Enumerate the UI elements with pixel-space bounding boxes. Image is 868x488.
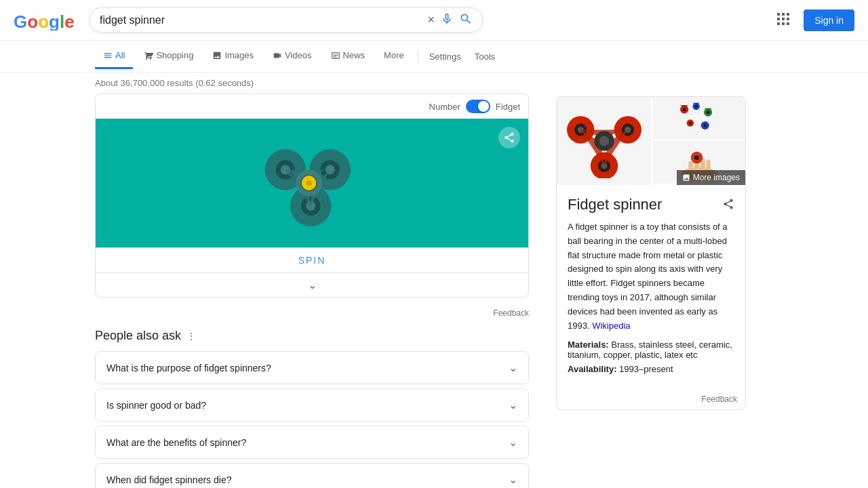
mic-button[interactable] <box>440 12 454 28</box>
sign-in-button[interactable]: Sign in <box>804 9 854 31</box>
tab-more[interactable]: More <box>376 43 412 69</box>
kp-feedback[interactable]: Feedback <box>557 389 745 409</box>
tab-shopping[interactable]: Shopping <box>136 43 201 69</box>
kp-availability-value: 1993–present <box>619 364 673 374</box>
paa-menu-icon[interactable]: ⋮ <box>186 331 196 342</box>
svg-point-32 <box>601 163 607 169</box>
tab-images[interactable]: Images <box>204 43 262 69</box>
nav-tabs: All Shopping Images Videos News More Set… <box>0 41 868 73</box>
spinner-widget: Number Fidget <box>95 94 529 298</box>
expand-button[interactable]: ⌄ <box>308 279 317 291</box>
svg-rect-1 <box>777 13 780 16</box>
number-fidget-toggle[interactable] <box>466 100 490 113</box>
toggle-knob <box>478 101 489 112</box>
svg-rect-5 <box>782 18 785 20</box>
svg-rect-6 <box>787 18 789 20</box>
wikipedia-link[interactable]: Wikipedia <box>592 321 630 331</box>
svg-point-42 <box>688 121 691 124</box>
kp-share-button[interactable] <box>722 198 734 212</box>
svg-rect-8 <box>782 22 785 25</box>
kp-availability: Availability: 1993–present <box>568 364 734 374</box>
kp-images[interactable]: More images <box>557 97 745 185</box>
knowledge-panel: More images Fidget spinner A fidget spin… <box>556 96 746 410</box>
svg-rect-9 <box>787 22 789 25</box>
svg-rect-4 <box>777 18 780 20</box>
tab-videos[interactable]: Videos <box>264 43 320 69</box>
chevron-down-icon: ⌄ <box>509 361 517 374</box>
paa-title: People also ask <box>95 329 181 343</box>
svg-text:Google: Google <box>14 12 75 30</box>
tools-link[interactable]: Tools <box>469 45 500 68</box>
svg-point-44 <box>703 123 707 127</box>
kp-materials: Materials: Brass, stainless steel, ceram… <box>568 340 734 360</box>
paa-question-4[interactable]: When did fidget spinners die? ⌄ <box>96 464 528 488</box>
svg-rect-7 <box>777 22 780 25</box>
kp-title-row: Fidget spinner <box>568 196 734 214</box>
svg-point-38 <box>694 105 697 108</box>
spinner-canvas[interactable] <box>96 119 528 247</box>
spinner-feedback[interactable]: Feedback <box>95 308 529 318</box>
svg-point-22 <box>306 180 312 186</box>
svg-point-15 <box>306 201 315 211</box>
spinner-header: Number Fidget <box>96 94 528 119</box>
search-input[interactable]: fidget spinner <box>100 14 422 26</box>
number-label: Number <box>429 102 460 112</box>
spin-button[interactable]: SPIN <box>298 255 326 266</box>
kp-side-image-top <box>651 97 745 141</box>
kp-body: Fidget spinner A fidget spinner is a toy… <box>557 185 745 389</box>
chevron-down-icon: ⌄ <box>509 473 517 486</box>
google-logo[interactable]: Google <box>14 10 76 30</box>
kp-main-image <box>557 97 651 185</box>
main-content: Number Fidget <box>0 94 868 488</box>
left-column: Number Fidget <box>95 94 529 488</box>
kp-title: Fidget spinner <box>568 196 662 214</box>
more-images-overlay[interactable]: More images <box>677 170 745 185</box>
svg-point-51 <box>694 155 699 160</box>
toggle-wrap: Number Fidget <box>429 100 520 113</box>
share-button[interactable] <box>498 127 520 148</box>
header-right: Sign in <box>771 7 854 33</box>
svg-point-40 <box>706 110 709 114</box>
right-column: More images Fidget spinner A fidget spin… <box>556 96 746 488</box>
paa-item-1: What is the purpose of fidget spinners? … <box>95 351 529 384</box>
spin-button-row: SPIN <box>96 247 528 272</box>
paa-item-2: Is spinner good or bad? ⌄ <box>95 388 529 422</box>
header: Google fidget spinner × Sign in <box>0 0 868 41</box>
paa-question-1[interactable]: What is the purpose of fidget spinners? … <box>96 352 528 384</box>
search-submit-button[interactable] <box>459 12 473 28</box>
svg-rect-2 <box>782 13 785 16</box>
chevron-down-icon: ⌄ <box>509 399 517 411</box>
svg-point-34 <box>599 136 609 146</box>
tab-all[interactable]: All <box>95 43 133 69</box>
paa-question-2[interactable]: Is spinner good or bad? ⌄ <box>96 389 528 421</box>
fidget-spinner-graphic <box>244 129 380 237</box>
nav-divider <box>418 49 418 63</box>
people-also-ask-section: People also ask ⋮ What is the purpose of… <box>95 329 529 488</box>
tab-news[interactable]: News <box>323 43 374 69</box>
kp-description: A fidget spinner is a toy that consists … <box>568 220 734 333</box>
paa-header: People also ask ⋮ <box>95 329 529 343</box>
apps-icon[interactable] <box>771 7 795 33</box>
kp-materials-label: Materials: <box>568 340 609 350</box>
results-count: About 36,700,000 results (0.62 seconds) <box>0 73 868 94</box>
chevron-down-icon: ⌄ <box>509 436 517 449</box>
svg-point-36 <box>682 108 686 111</box>
settings-link[interactable]: Settings <box>424 45 467 68</box>
search-bar: fidget spinner × <box>90 7 483 33</box>
clear-button[interactable]: × <box>427 13 435 27</box>
paa-question-3[interactable]: What are the benefits of spinner? ⌄ <box>96 426 528 458</box>
paa-item-4: When did fidget spinners die? ⌄ <box>95 463 529 488</box>
fidget-label: Fidget <box>496 102 520 112</box>
expand-row: ⌄ <box>96 272 528 297</box>
paa-item-3: What are the benefits of spinner? ⌄ <box>95 426 529 459</box>
svg-rect-3 <box>787 13 789 16</box>
kp-availability-label: Availability: <box>568 364 616 374</box>
